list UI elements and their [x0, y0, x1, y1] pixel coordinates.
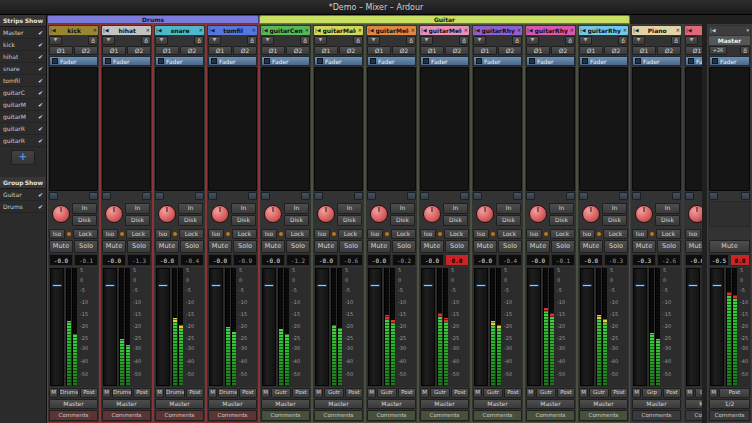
pin-management-button[interactable]: ð — [88, 36, 98, 45]
comments-button[interactable]: Comments — [526, 410, 575, 421]
phase-invert-1-button[interactable]: Ø1 — [473, 46, 497, 55]
phase-invert-1-button[interactable]: Ø1 — [420, 46, 444, 55]
phase-invert-2-button[interactable]: Ø2 — [180, 46, 204, 55]
close-icon[interactable]: ✕ — [410, 28, 416, 33]
peak-display[interactable]: -0.9 — [233, 254, 257, 266]
fader-processor-button[interactable]: Fader — [473, 56, 522, 66]
strip-name[interactable]: guitarRhythmRight — [588, 27, 621, 34]
fader-processor-button[interactable]: Fader — [526, 56, 575, 66]
master-sub-button[interactable]: +26 — [709, 46, 727, 55]
fader-handle[interactable] — [211, 284, 221, 287]
pin-management-button[interactable]: ð — [512, 36, 522, 45]
left-tiny-button[interactable] — [155, 192, 164, 200]
input-dropdown[interactable]: ▼ — [685, 36, 698, 45]
solo-lock-button[interactable]: Lock — [338, 229, 363, 239]
mute-button[interactable]: Mute — [208, 240, 232, 253]
pin-management-button[interactable]: ð — [565, 36, 575, 45]
fader-processor-button[interactable]: Fader — [314, 56, 363, 66]
input-dropdown[interactable]: ▼ — [420, 36, 433, 45]
processor-led[interactable] — [317, 58, 323, 64]
close-icon[interactable]: ✕ — [304, 28, 310, 33]
right-tiny-button[interactable] — [619, 192, 628, 200]
right-tiny-button[interactable] — [513, 192, 522, 200]
pan-knob[interactable] — [423, 205, 441, 223]
add-strip-button[interactable]: + — [11, 150, 35, 165]
gain-fader[interactable] — [421, 268, 435, 386]
gain-fader[interactable] — [580, 268, 594, 386]
right-tiny-button[interactable] — [142, 192, 151, 200]
mute-button[interactable]: Mute — [526, 240, 550, 253]
input-button[interactable]: In — [337, 203, 362, 214]
phase-invert-2-button[interactable]: Ø2 — [551, 46, 575, 55]
strip-name-bar[interactable]: |◀ tomfil ✕ — [208, 26, 257, 35]
comments-button[interactable]: Comments — [632, 410, 681, 421]
phase-invert-2-button[interactable]: Ø2 — [498, 46, 522, 55]
pin-management-button[interactable]: ð — [740, 46, 750, 55]
pin-management-button[interactable]: ð — [194, 36, 204, 45]
left-tiny-button[interactable] — [102, 192, 111, 200]
solo-button[interactable]: Solo — [74, 240, 98, 253]
output-button[interactable]: Master — [314, 399, 363, 409]
gain-display[interactable]: -0.3 — [632, 254, 656, 266]
sidebar-strip-row[interactable]: Master ✔ — [0, 27, 46, 39]
processor-box[interactable] — [420, 67, 469, 191]
mute-button[interactable]: Mute — [261, 240, 285, 253]
strip-name-bar[interactable]: |◀ hihat ✕ — [102, 26, 151, 35]
left-tiny-button[interactable] — [685, 192, 694, 200]
pin-management-button[interactable]: ð — [141, 36, 151, 45]
solo-iso-button[interactable]: Iso — [155, 229, 171, 239]
strip-name-bar[interactable]: |◀ guitarRhythmMiddle ✕ — [526, 26, 575, 35]
pin-management-button[interactable]: ð — [618, 36, 628, 45]
monitor-icon[interactable]: |◀ — [709, 28, 717, 33]
sidebar-strip-row[interactable]: guitarR ✔ — [0, 123, 46, 135]
right-tiny-button[interactable] — [301, 192, 310, 200]
strip-name[interactable]: nt — [694, 27, 702, 34]
gain-fader[interactable] — [209, 268, 223, 386]
processor-box[interactable] — [709, 67, 750, 191]
solo-iso-button[interactable]: Iso — [685, 229, 701, 239]
peak-display[interactable]: -0.1 — [74, 254, 98, 266]
close-icon[interactable]: ✕ — [198, 28, 204, 33]
group-button[interactable]: Gutr — [324, 388, 344, 398]
metering-button[interactable]: M — [473, 388, 482, 398]
input-dropdown[interactable]: ▼ — [208, 36, 221, 45]
fader-processor-button[interactable]: Fader — [102, 56, 151, 66]
input-dropdown[interactable]: ▼ — [473, 36, 486, 45]
strip-name-bar[interactable]: |◀ guitarMelody 2 ✕ — [420, 26, 469, 35]
strip-name-bar[interactable]: |◀ guitarMale ✕ — [314, 26, 363, 35]
solo-iso-button[interactable]: Iso — [367, 229, 383, 239]
mute-button[interactable]: Mute — [420, 240, 444, 253]
output-button[interactable]: 1/2 — [709, 399, 750, 409]
fader-handle[interactable] — [52, 284, 62, 287]
input-dropdown[interactable]: ▼ — [579, 36, 592, 45]
meter-point-button[interactable]: Post — [610, 388, 628, 398]
pan-knob[interactable] — [264, 205, 282, 223]
solo-button[interactable]: Solo — [392, 240, 416, 253]
fader-processor-button[interactable]: Fader — [155, 56, 204, 66]
monitor-icon[interactable]: |◀ — [49, 28, 57, 33]
fader-handle[interactable] — [158, 284, 168, 287]
disk-button[interactable]: Disk — [549, 215, 574, 226]
phase-invert-2-button[interactable]: Ø2 — [392, 46, 416, 55]
pan-knob[interactable] — [317, 205, 335, 223]
peak-display[interactable]: -1.3 — [127, 254, 151, 266]
monitor-icon[interactable]: |◀ — [685, 28, 693, 33]
comments-button[interactable]: Comments — [314, 410, 363, 421]
pan-knob[interactable] — [582, 205, 600, 223]
pan-knob[interactable] — [688, 205, 702, 223]
monitor-icon[interactable]: |◀ — [473, 28, 481, 33]
strip-name[interactable]: guitarMale — [323, 27, 356, 34]
pin-management-button[interactable]: ð — [459, 36, 469, 45]
fader-processor-button[interactable]: Fader — [208, 56, 257, 66]
processor-box[interactable] — [632, 67, 681, 191]
meter-point-button[interactable]: Post — [451, 388, 469, 398]
left-tiny-button[interactable] — [420, 192, 429, 200]
monitor-icon[interactable]: |◀ — [632, 28, 640, 33]
processor-box[interactable] — [155, 67, 204, 191]
phase-invert-2-button[interactable]: Ø2 — [657, 46, 681, 55]
mute-button[interactable]: Mute — [685, 240, 702, 253]
metering-button[interactable]: M — [709, 388, 718, 398]
fader-processor-button[interactable]: Fader — [709, 56, 750, 66]
phase-invert-2-button[interactable]: Ø2 — [233, 46, 257, 55]
gain-fader[interactable] — [633, 268, 647, 386]
